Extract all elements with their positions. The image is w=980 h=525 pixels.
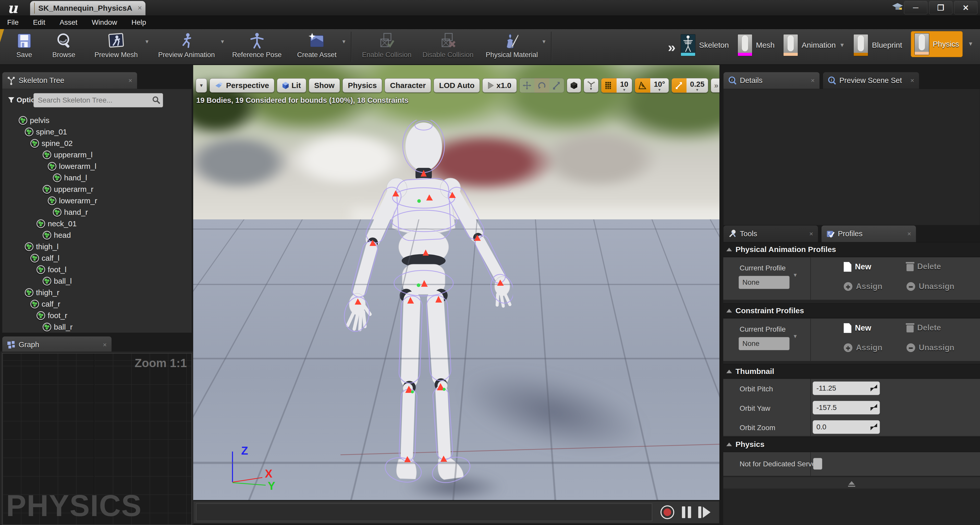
tree-row-upperarm-l[interactable]: upperarm_l bbox=[2, 149, 192, 160]
grid-snap-toggle[interactable] bbox=[601, 78, 617, 93]
constraint-profile-dropdown[interactable]: None bbox=[738, 337, 790, 350]
tree-row-foot-r[interactable]: foot_r bbox=[2, 310, 192, 321]
drag-corner-icon[interactable] bbox=[870, 385, 877, 391]
skeleton-tree-tab[interactable]: Skeleton Tree ✕ bbox=[2, 72, 137, 89]
preview-animation-dropdown-icon[interactable]: ▼ bbox=[220, 39, 225, 44]
drag-corner-icon[interactable] bbox=[870, 423, 877, 430]
step-forward-button[interactable] bbox=[698, 506, 711, 518]
record-button[interactable] bbox=[660, 505, 674, 519]
minimize-button[interactable]: ─ bbox=[904, 1, 928, 14]
scale-snap-toggle[interactable] bbox=[672, 78, 687, 93]
delete-profile-button[interactable]: Delete bbox=[907, 262, 941, 271]
close-button[interactable]: ✕ bbox=[954, 1, 977, 14]
unassign-constraint-profile-button[interactable]: −Unassign bbox=[907, 343, 955, 352]
tree-row-pelvis[interactable]: pelvis bbox=[2, 114, 192, 126]
graph-panel[interactable]: Zoom 1:1 PHYSICS bbox=[2, 353, 192, 525]
not-for-dedicated-server-checkbox[interactable] bbox=[813, 458, 822, 469]
show-menu-button[interactable]: Show bbox=[309, 78, 340, 93]
details-expand-strip[interactable] bbox=[723, 477, 980, 489]
physical-material-dropdown-icon[interactable]: ▼ bbox=[541, 39, 546, 44]
viewport-overflow-button[interactable]: » bbox=[711, 78, 719, 93]
scale-snap-value-dropdown[interactable]: 0.25▼ bbox=[687, 78, 708, 93]
tree-row-spine-01[interactable]: spine_01 bbox=[2, 126, 192, 138]
viewport-3d[interactable]: ▼ Perspective Lit Show Physics Character… bbox=[193, 65, 719, 500]
translate-tool-button[interactable] bbox=[520, 78, 535, 93]
tree-row-spine-02[interactable]: spine_02 bbox=[2, 138, 192, 149]
unassign-profile-button[interactable]: −Unassign bbox=[907, 282, 955, 291]
tree-row-hand-l[interactable]: hand_l bbox=[2, 172, 192, 183]
preview-tab-close-icon[interactable]: ✕ bbox=[910, 78, 915, 84]
asset-document-tab[interactable]: SK_Mannequin_PhysicsA ✕ bbox=[30, 1, 145, 15]
details-tab-close-icon[interactable]: ✕ bbox=[811, 78, 815, 84]
menu-file[interactable]: File bbox=[7, 18, 19, 27]
tree-row-hand-r[interactable]: hand_r bbox=[2, 206, 192, 218]
new-profile-button[interactable]: New bbox=[844, 262, 871, 272]
skeleton-tree-tab-close-icon[interactable]: ✕ bbox=[128, 78, 132, 84]
skeleton-search-input[interactable] bbox=[33, 93, 163, 108]
new-constraint-profile-button[interactable]: New bbox=[844, 323, 871, 333]
perspective-button[interactable]: Perspective bbox=[210, 78, 274, 93]
pause-button[interactable] bbox=[682, 506, 692, 518]
tree-row-lowerarm-r[interactable]: lowerarm_r bbox=[2, 195, 192, 206]
orbit-yaw-field[interactable]: -157.5 bbox=[813, 401, 880, 414]
preview-mesh-button[interactable]: Preview Mesh bbox=[84, 31, 148, 59]
tree-row-neck-01[interactable]: neck_01 bbox=[2, 218, 192, 229]
section-header-physics[interactable]: Physics bbox=[723, 437, 980, 452]
play-speed-button[interactable]: x1.0 bbox=[482, 78, 517, 93]
tree-row-calf-r[interactable]: calf_r bbox=[2, 298, 192, 310]
assign-constraint-profile-button[interactable]: +Assign bbox=[844, 343, 882, 352]
section-header-physical-animation-profiles[interactable]: Physical Animation Profiles bbox=[723, 242, 980, 257]
tools-tab-close-icon[interactable]: ✕ bbox=[809, 231, 813, 237]
create-asset-dropdown-icon[interactable]: ▼ bbox=[342, 39, 347, 44]
physics-dropdown-icon[interactable]: ▼ bbox=[968, 41, 974, 47]
assign-profile-button[interactable]: +Assign bbox=[844, 282, 882, 291]
physical-material-button[interactable]: Physical Material bbox=[479, 31, 545, 59]
rotation-snap-value-dropdown[interactable]: 10°▼ bbox=[650, 78, 669, 93]
tree-row-thigh-r[interactable]: thigh_r bbox=[2, 287, 192, 298]
menu-edit[interactable]: Edit bbox=[33, 18, 45, 27]
scale-tool-button[interactable] bbox=[549, 78, 564, 93]
save-button[interactable]: Save bbox=[5, 31, 43, 59]
tree-row-ball-r[interactable]: ball_r bbox=[2, 321, 192, 333]
section-header-thumbnail[interactable]: Thumbnail bbox=[723, 364, 980, 379]
timeline-strip[interactable] bbox=[196, 503, 652, 521]
graph-tab[interactable]: Graph ✕ bbox=[2, 336, 112, 353]
coordinate-system-button[interactable] bbox=[567, 78, 581, 93]
mannequin-model[interactable] bbox=[334, 120, 513, 500]
shortcut-animation[interactable]: Animation ▼ bbox=[783, 34, 845, 56]
details-tab[interactable]: i Details ✕ bbox=[723, 72, 820, 89]
drag-corner-icon[interactable] bbox=[870, 404, 877, 411]
preview-mesh-dropdown-icon[interactable]: ▼ bbox=[145, 39, 150, 44]
tools-tab[interactable]: Tools ✕ bbox=[723, 225, 818, 242]
character-menu-button[interactable]: Character bbox=[385, 78, 431, 93]
surface-snapping-button[interactable]: ▼ bbox=[584, 78, 598, 93]
section-header-constraint-profiles[interactable]: Constraint Profiles bbox=[723, 303, 980, 318]
tree-row-ball-l[interactable]: ball_l bbox=[2, 275, 192, 287]
menu-help[interactable]: Help bbox=[131, 18, 146, 27]
reference-pose-button[interactable]: Reference Pose bbox=[225, 31, 289, 59]
menu-asset[interactable]: Asset bbox=[59, 18, 77, 27]
toolbar-overflow-chevron-icon[interactable]: » bbox=[668, 39, 676, 55]
lit-mode-button[interactable]: Lit bbox=[277, 78, 306, 93]
shortcut-mesh[interactable]: Mesh bbox=[738, 34, 775, 56]
menu-window[interactable]: Window bbox=[92, 18, 117, 27]
grid-snap-value-dropdown[interactable]: 10▼ bbox=[617, 78, 632, 93]
preview-scene-settings-tab[interactable]: i Preview Scene Set ✕ bbox=[823, 72, 919, 89]
rotation-snap-toggle[interactable] bbox=[635, 78, 650, 93]
tree-row-lowerarm-l[interactable]: lowerarm_l bbox=[2, 160, 192, 172]
viewport-options-dropdown[interactable]: ▼ bbox=[196, 78, 207, 93]
lod-auto-button[interactable]: LOD Auto bbox=[434, 78, 480, 93]
tree-row-calf-l[interactable]: calf_l bbox=[2, 252, 192, 264]
browse-button[interactable]: Browse bbox=[43, 31, 84, 59]
create-asset-button[interactable]: Create Asset bbox=[289, 31, 345, 59]
orbit-zoom-field[interactable]: 0.0 bbox=[813, 420, 880, 434]
orbit-pitch-field[interactable]: -11.25 bbox=[813, 381, 880, 395]
graph-tab-close-icon[interactable]: ✕ bbox=[103, 342, 107, 348]
asset-tab-close-icon[interactable]: ✕ bbox=[137, 5, 142, 11]
tutorial-icon[interactable] bbox=[892, 2, 904, 13]
restore-button[interactable]: ❐ bbox=[929, 1, 953, 14]
profiles-tab[interactable]: Profiles ✕ bbox=[821, 225, 916, 242]
rotate-tool-button[interactable] bbox=[535, 78, 549, 93]
delete-constraint-profile-button[interactable]: Delete bbox=[907, 323, 941, 332]
shortcut-skeleton[interactable]: Skeleton bbox=[681, 34, 729, 56]
